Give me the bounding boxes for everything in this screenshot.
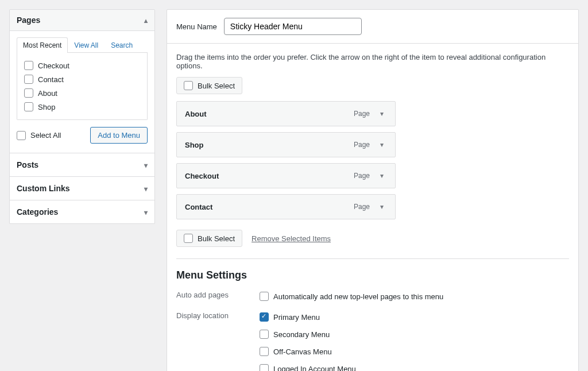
tab-search[interactable]: Search: [105, 37, 139, 53]
tab-most-recent[interactable]: Most Recent: [17, 37, 68, 53]
menu-item-type: Page: [354, 141, 370, 149]
menu-item-title: About: [185, 110, 207, 118]
page-option[interactable]: About: [24, 86, 140, 100]
select-all-checkbox[interactable]: [17, 131, 26, 140]
bulk-select-label: Bulk Select: [198, 82, 235, 90]
select-all[interactable]: Select All: [17, 129, 61, 142]
menu-item-title: Shop: [185, 141, 204, 149]
page-checkbox[interactable]: [24, 61, 33, 70]
menu-name-input[interactable]: [224, 18, 362, 35]
page-checkbox[interactable]: [24, 88, 33, 98]
page-option[interactable]: Contact: [24, 72, 140, 86]
menu-item[interactable]: Shop Page ▾: [176, 132, 396, 157]
custom-links-panel-header[interactable]: Custom Links: [10, 176, 154, 200]
bulk-select-bottom[interactable]: Bulk Select: [176, 230, 242, 247]
chevron-down-icon[interactable]: ▾: [377, 109, 387, 118]
auto-add-checkbox[interactable]: [260, 292, 269, 301]
menu-settings-heading: Menu Settings: [176, 269, 569, 281]
page-label: Shop: [38, 103, 55, 111]
location-label: Off-Canvas Menu: [273, 347, 332, 356]
menu-item-type: Page: [354, 203, 370, 211]
location-checkbox[interactable]: [260, 330, 269, 339]
location-checkbox[interactable]: [260, 312, 269, 322]
location-checkbox[interactable]: [260, 364, 269, 371]
page-label: Checkout: [38, 61, 69, 70]
page-option[interactable]: Shop: [24, 100, 140, 114]
location-option[interactable]: Logged In Account Menu: [260, 362, 356, 371]
menu-item-type: Page: [354, 110, 370, 118]
posts-panel-title: Posts: [17, 160, 38, 169]
bulk-select-checkbox[interactable]: [184, 81, 193, 90]
bulk-select-label: Bulk Select: [198, 234, 235, 243]
categories-panel-header[interactable]: Categories: [10, 200, 154, 223]
page-checkbox[interactable]: [24, 102, 33, 111]
auto-add-label: Auto add pages: [176, 289, 260, 299]
menu-item-type: Page: [354, 172, 370, 180]
menu-name-label: Menu Name: [176, 22, 217, 31]
expand-icon: [144, 207, 148, 217]
menu-item[interactable]: Checkout Page ▾: [176, 163, 396, 188]
chevron-down-icon[interactable]: ▾: [377, 171, 387, 180]
menu-item[interactable]: Contact Page ▾: [176, 194, 396, 219]
chevron-down-icon[interactable]: ▾: [377, 202, 387, 211]
page-label: About: [38, 89, 57, 98]
auto-add-text: Automatically add new top-level pages to…: [273, 292, 443, 301]
page-checkbox[interactable]: [24, 75, 33, 84]
location-option[interactable]: Primary Menu: [260, 310, 356, 324]
location-label: Primary Menu: [273, 313, 320, 322]
auto-add-option[interactable]: Automatically add new top-level pages to…: [260, 289, 443, 303]
pages-panel-title: Pages: [17, 16, 40, 25]
chevron-down-icon[interactable]: ▾: [377, 140, 387, 149]
page-option[interactable]: Checkout: [24, 59, 140, 72]
expand-icon: [144, 184, 148, 193]
location-label: Logged In Account Menu: [273, 365, 356, 372]
page-label: Contact: [38, 75, 64, 84]
custom-links-panel-title: Custom Links: [17, 184, 70, 193]
collapse-icon: [144, 16, 148, 25]
tab-view-all[interactable]: View All: [68, 37, 105, 53]
location-option[interactable]: Off-Canvas Menu: [260, 345, 356, 358]
instructions-text: Drag the items into the order you prefer…: [167, 44, 578, 77]
add-to-menu-button[interactable]: Add to Menu: [90, 127, 148, 144]
location-option[interactable]: Secondary Menu: [260, 327, 356, 341]
pages-panel-header[interactable]: Pages: [10, 10, 154, 31]
menu-item-title: Contact: [185, 203, 212, 211]
display-location-label: Display location: [176, 310, 260, 320]
categories-panel-title: Categories: [17, 207, 58, 217]
remove-selected-link: Remove Selected Items: [252, 234, 331, 243]
expand-icon: [144, 160, 148, 169]
location-checkbox[interactable]: [260, 347, 269, 356]
posts-panel-header[interactable]: Posts: [10, 153, 154, 176]
bulk-select-top[interactable]: Bulk Select: [176, 77, 242, 94]
bulk-select-checkbox[interactable]: [184, 234, 193, 243]
location-label: Secondary Menu: [273, 330, 330, 339]
select-all-label: Select All: [30, 131, 61, 140]
menu-item-title: Checkout: [185, 172, 219, 180]
menu-item[interactable]: About Page ▾: [176, 101, 396, 126]
